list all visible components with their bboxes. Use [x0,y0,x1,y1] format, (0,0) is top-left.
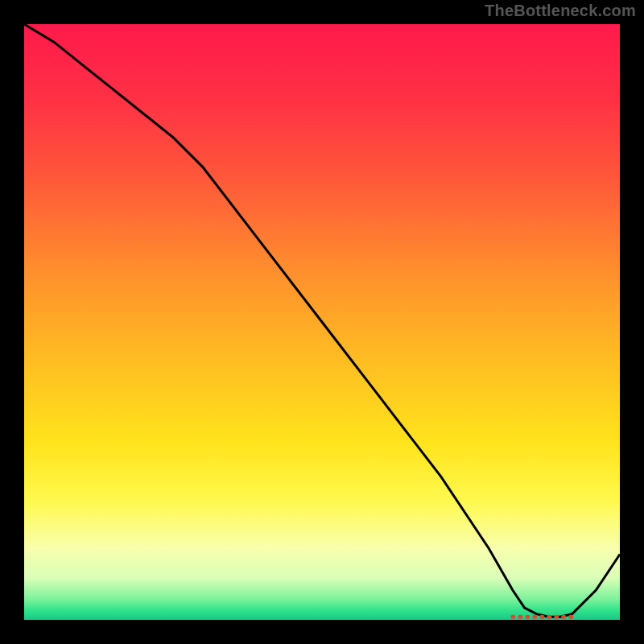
chart-curve [24,24,620,620]
attribution-text: TheBottleneck.com [485,2,636,20]
chart-line [24,24,620,617]
chart-plot-area [24,24,620,620]
